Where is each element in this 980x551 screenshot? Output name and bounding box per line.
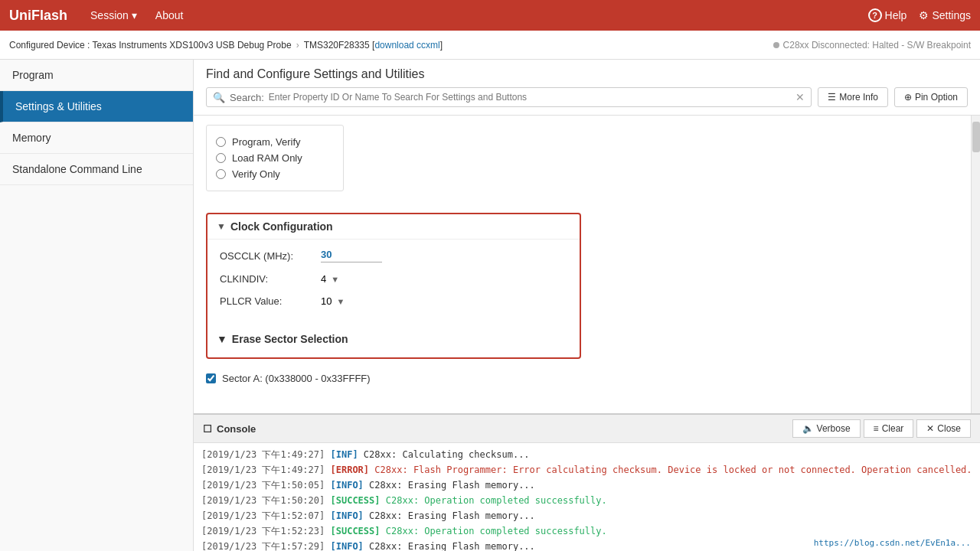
clear-button[interactable]: ≡ Clear [864,419,914,438]
radio-verify-only[interactable]: Verify Only [216,168,334,180]
topbar-nav: Session ▾ About [83,6,191,24]
clkindiv-select-wrapper: 4 1248 ▼ [321,273,339,285]
sidebar-item-memory[interactable]: Memory [0,122,193,154]
more-info-button[interactable]: ☰ More Info [818,87,888,107]
log-line: [2019/1/23 下午1:49:27] [ERROR] C28xx: Fla… [201,463,972,477]
console-link[interactable]: https://blog.csdn.net/EvEn1a... [814,538,971,548]
log-line: [2019/1/23 下午1:52:07] [INFO] C28xx: Eras… [201,509,972,523]
oscclk-label: OSCCLK (MHz): [220,250,312,262]
console-icon: ☐ [203,423,212,435]
oscclk-value[interactable]: 30 [321,249,382,262]
sidebar-item-program[interactable]: Program [0,60,193,91]
search-bar: 🔍 Search: ✕ ☰ More Info ⊕ Pin Option [206,87,968,107]
status-dot [773,42,779,48]
help-icon: ? [868,8,882,22]
help-button[interactable]: ? Help [868,8,907,22]
breadcrumb-device-label: Configured Device : Texas Instruments XD… [9,40,292,51]
main-layout: Program Settings & Utilities Memory Stan… [0,60,980,551]
breadcrumb-arrow: › [296,40,299,51]
clear-icon: ≡ [874,423,879,434]
content-scroll: Program, Verify Load RAM Only Verify Onl… [194,116,971,413]
search-box: 🔍 Search: ✕ [206,87,812,107]
breadcrumb-device-name: TMS320F28335 [download ccxml] [304,40,443,51]
search-icon: 🔍 [213,92,225,103]
search-label: Search: [230,92,264,103]
content-scrollbar[interactable] [971,116,980,413]
settings-icon: ⚙ [919,9,929,21]
app-logo: UniFlash [9,8,67,24]
clock-config-body: OSCCLK (MHz): 30 CLKINDIV: 4 1248 [207,240,580,327]
collapse-icon[interactable]: ▼ [217,221,226,232]
radio-load-ram-only[interactable]: Load RAM Only [216,152,334,164]
console-title: ☐ Console [203,423,256,435]
download-ccxml-link[interactable]: download ccxml [374,40,439,51]
content-header: Find and Configure Settings and Utilitie… [194,60,980,116]
sector-a-label: Sector A: (0x338000 - 0x33FFFF) [222,373,371,384]
clock-configuration-section: ▼ Clock Configuration OSCCLK (MHz): 30 [206,213,581,359]
console-header: ☐ Console 🔈 Verbose ≡ Clear ✕ [194,415,980,443]
topbar: UniFlash Session ▾ About ? Help ⚙ Settin… [0,0,980,31]
search-clear-button[interactable]: ✕ [795,91,805,103]
clock-config-header: ▼ Clock Configuration [207,214,580,240]
pin-option-button[interactable]: ⊕ Pin Option [894,87,968,107]
list-icon: ☰ [828,92,836,103]
console-actions: 🔈 Verbose ≡ Clear ✕ Close [792,419,971,438]
erase-collapse-icon[interactable]: ▼ [217,333,227,345]
topbar-right: ? Help ⚙ Settings [868,8,971,22]
pllcr-row: PLLCR Value: 10 124681012 ▼ [220,295,567,307]
oscclk-row: OSCCLK (MHz): 30 [220,249,567,262]
breadcrumb-status: C28xx Disconnected: Halted - S/W Breakpo… [773,40,971,51]
clkindiv-row: CLKINDIV: 4 1248 ▼ [220,273,567,285]
about-menu[interactable]: About [148,6,191,24]
console-area: ☐ Console 🔈 Verbose ≡ Clear ✕ [194,413,980,551]
sidebar-item-settings-utilities[interactable]: Settings & Utilities [0,91,193,122]
sidebar-item-standalone-cmd[interactable]: Standalone Command Line [0,154,193,185]
log-line: [2019/1/23 下午1:52:23] [SUCCESS] C28xx: O… [201,524,972,538]
pllcr-label: PLLCR Value: [220,295,312,307]
settings-button[interactable]: ⚙ Settings [919,9,971,21]
pin-icon: ⊕ [904,92,912,103]
breadcrumb: Configured Device : Texas Instruments XD… [0,31,980,60]
log-line: [2019/1/23 下午1:50:20] [SUCCESS] C28xx: O… [201,494,972,507]
breadcrumb-left: Configured Device : Texas Instruments XD… [9,40,443,51]
content-title: Find and Configure Settings and Utilitie… [206,67,968,81]
radio-options-panel: Program, Verify Load RAM Only Verify Onl… [206,125,344,191]
sector-a-checkbox[interactable] [206,373,216,383]
log-line: [2019/1/23 下午1:49:27] [INF] C28xx: Calcu… [201,448,972,461]
radio-program-verify[interactable]: Program, Verify [216,136,334,148]
pllcr-select-wrapper: 10 124681012 ▼ [321,295,345,307]
sidebar: Program Settings & Utilities Memory Stan… [0,60,194,551]
verbose-button[interactable]: 🔈 Verbose [792,419,861,438]
log-line: [2019/1/23 下午1:50:05] [INFO] C28xx: Eras… [201,478,972,492]
verbose-icon: 🔈 [802,423,814,434]
close-icon: ✕ [926,423,934,434]
sector-a-row: Sector A: (0x338000 - 0x33FFFF) [206,368,959,389]
clkindiv-label: CLKINDIV: [220,273,312,285]
close-button[interactable]: ✕ Close [916,419,971,438]
erase-sector-section: ▼ Erase Sector Selection [207,327,580,357]
erase-sector-header: ▼ Erase Sector Selection [217,333,570,345]
search-input[interactable] [269,92,791,103]
session-menu[interactable]: Session ▾ [83,6,145,24]
console-body: [2019/1/23 下午1:49:27] [INF] C28xx: Calcu… [194,443,980,551]
